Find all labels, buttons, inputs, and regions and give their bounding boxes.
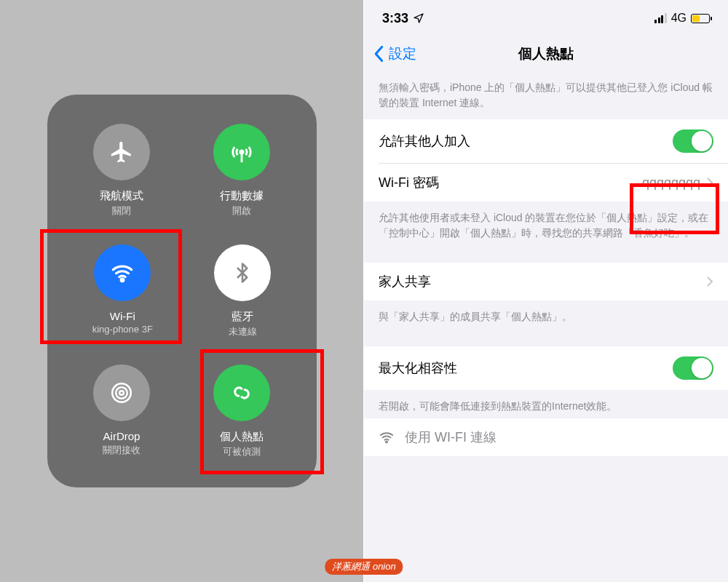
wifi-icon xyxy=(110,260,135,285)
description-3: 與「家人共享」的成員共享「個人熱點」。 xyxy=(364,300,728,333)
nav-bar: 設定 個人熱點 xyxy=(364,36,728,71)
maximize-compat-row[interactable]: 最大化相容性 xyxy=(364,346,728,390)
airdrop-button[interactable] xyxy=(93,364,150,421)
family-sharing-label: 家人共享 xyxy=(379,273,431,290)
description-4: 若開啟，可能會降低連接到熱點裝置的Internet效能。 xyxy=(364,390,728,418)
airdrop-icon xyxy=(109,380,134,405)
wifi-button[interactable] xyxy=(94,244,151,301)
wifi-label: Wi-Fi xyxy=(110,310,135,322)
wifi-password-label: Wi-Fi 密碼 xyxy=(379,174,439,191)
allow-others-label: 允許其他人加入 xyxy=(379,132,470,150)
back-button[interactable]: 設定 xyxy=(373,44,416,63)
chevron-right-icon xyxy=(706,177,713,188)
hotspot-label: 個人熱點 xyxy=(220,430,264,444)
cellular-label: 行動數據 xyxy=(220,189,264,203)
status-time: 3:33 xyxy=(382,11,408,26)
status-network: 4G xyxy=(671,12,687,25)
airdrop-label: AirDrop xyxy=(103,430,141,442)
svg-point-2 xyxy=(121,279,124,282)
svg-point-4 xyxy=(116,387,127,399)
maximize-compat-toggle[interactable] xyxy=(673,356,713,380)
wifi-password-row[interactable]: Wi-Fi 密碼 qqqqqqqq xyxy=(364,164,728,202)
allow-others-toggle[interactable] xyxy=(673,129,713,153)
use-wifi-row: 使用 WI-FI 連線 xyxy=(364,418,728,456)
cellular-button[interactable] xyxy=(213,124,270,180)
hotspot-icon xyxy=(229,380,254,405)
use-wifi-label: 使用 WI-FI 連線 xyxy=(405,428,496,446)
bluetooth-button[interactable] xyxy=(214,244,271,301)
signal-icon xyxy=(654,13,667,23)
location-icon xyxy=(413,12,424,24)
hotspot-button[interactable] xyxy=(213,364,270,421)
battery-icon xyxy=(691,14,710,23)
watermark: 洋蔥網通 onion xyxy=(325,559,403,575)
bluetooth-status: 未連線 xyxy=(229,325,257,338)
family-sharing-row[interactable]: 家人共享 xyxy=(364,263,728,300)
cellular-icon xyxy=(229,140,254,164)
hotspot-status: 可被偵測 xyxy=(223,445,261,458)
svg-point-3 xyxy=(119,391,124,395)
cellular-status: 開啟 xyxy=(232,204,251,218)
wifi-icon xyxy=(379,429,395,445)
status-bar: 3:33 4G xyxy=(364,0,728,36)
airplane-mode-status: 關閉 xyxy=(112,204,131,218)
airplane-mode-label: 飛航模式 xyxy=(100,189,143,203)
settings-panel: 3:33 4G 設定 個人熱點 無須輸入密碼，iPhone 上的「個人熱點」可以… xyxy=(364,0,728,582)
airplane-mode-button[interactable] xyxy=(93,124,150,180)
svg-point-6 xyxy=(386,441,387,442)
wifi-network-name: king-phone 3F xyxy=(92,324,153,335)
bluetooth-label: 藍牙 xyxy=(232,310,253,324)
allow-others-row[interactable]: 允許其他人加入 xyxy=(364,119,728,163)
description-1: 無須輸入密碼，iPhone 上的「個人熱點」可以提供其他已登入您 iCloud … xyxy=(364,71,728,119)
chevron-left-icon xyxy=(373,45,386,63)
airplane-icon xyxy=(109,140,134,164)
back-label: 設定 xyxy=(389,44,416,63)
airdrop-status: 關閉接收 xyxy=(103,444,141,457)
control-center-card: 飛航模式 關閉 行動數據 開啟 Wi-Fi king-phone 3F xyxy=(47,95,317,487)
control-center-panel: 飛航模式 關閉 行動數據 開啟 Wi-Fi king-phone 3F xyxy=(0,0,364,582)
wifi-password-value: qqqqqqqq xyxy=(642,175,700,191)
description-2: 允許其他使用者或未登入 iCloud 的裝置在您位於「個人熱點」設定，或在「控制… xyxy=(364,202,728,250)
maximize-compat-label: 最大化相容性 xyxy=(379,359,457,377)
chevron-right-icon xyxy=(706,276,713,287)
page-title: 個人熱點 xyxy=(364,44,728,63)
bluetooth-icon xyxy=(232,262,253,284)
